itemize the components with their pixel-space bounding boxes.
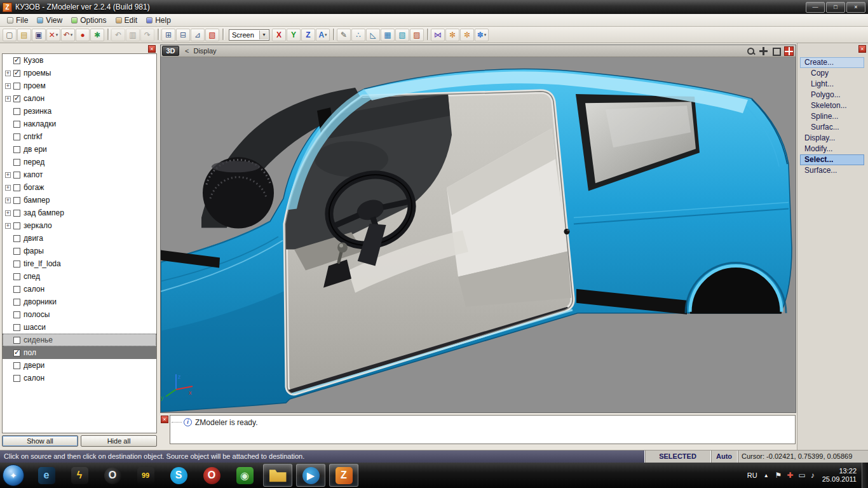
select-edges-button[interactable]: ⊟ <box>176 29 190 41</box>
expander-icon[interactable] <box>5 223 11 229</box>
visibility-checkbox[interactable] <box>13 273 20 280</box>
tree-row[interactable]: спед <box>3 270 156 283</box>
visibility-checkbox[interactable] <box>13 108 20 115</box>
command-item[interactable]: Polygo... <box>800 90 864 100</box>
delete-button[interactable]: ✕ <box>46 29 60 41</box>
axis-x-button[interactable]: X <box>272 29 286 41</box>
menu-view[interactable]: View <box>32 15 67 26</box>
close-icon[interactable]: × <box>161 416 168 423</box>
visibility-checkbox[interactable] <box>13 222 20 229</box>
polyline-tool-button[interactable]: ✎ <box>337 29 351 41</box>
show-desktop-button[interactable] <box>862 463 868 488</box>
command-item[interactable]: Copy <box>800 68 864 79</box>
visibility-checkbox[interactable] <box>13 57 20 64</box>
command-item[interactable]: Light... <box>800 79 864 90</box>
menu-help[interactable]: Help <box>142 15 175 26</box>
tree-row[interactable]: дворники <box>3 295 156 308</box>
expander-icon[interactable] <box>5 185 11 191</box>
separator[interactable] <box>158 29 159 40</box>
command-item[interactable]: Display... <box>800 133 864 144</box>
uv-level-button[interactable]: ▨ <box>410 29 424 41</box>
opera-dark-icon[interactable]: O <box>98 464 127 487</box>
volume-icon[interactable]: ♪ <box>811 471 815 480</box>
tree-row[interactable]: двери <box>3 359 156 372</box>
tree-row[interactable]: бампер <box>3 194 156 207</box>
expander-icon[interactable] <box>5 71 11 76</box>
visibility-checkbox[interactable] <box>13 159 20 166</box>
command-item[interactable]: Surface... <box>800 165 864 176</box>
command-item[interactable]: Select... <box>800 154 864 165</box>
media-player-icon[interactable]: ▶ <box>296 464 325 487</box>
maximize-view-icon[interactable] <box>771 46 781 56</box>
tree-row[interactable]: Кузов <box>3 54 156 67</box>
opera-red-icon[interactable]: O <box>197 464 226 487</box>
tree-row[interactable]: капот <box>3 168 156 181</box>
separator[interactable] <box>427 29 428 40</box>
separator[interactable] <box>333 29 334 40</box>
visibility-checkbox[interactable] <box>13 375 20 382</box>
tree-row[interactable]: зеркало <box>3 219 156 232</box>
select-vertices-button[interactable]: ⊞ <box>161 29 175 41</box>
separator[interactable] <box>222 29 224 40</box>
open-file-button[interactable]: ▤ <box>17 29 31 41</box>
redo-button[interactable]: ↷ <box>140 29 154 41</box>
expander-icon[interactable] <box>5 198 11 203</box>
maximize-button[interactable]: □ <box>826 2 845 13</box>
undo-history-button[interactable]: ↶ <box>61 29 75 41</box>
view-mode-button[interactable]: 3D <box>162 46 179 56</box>
tree-row[interactable]: tire_lf_loda <box>3 257 156 270</box>
view-name-label[interactable]: Display <box>193 47 216 55</box>
menu-file[interactable]: File <box>3 15 32 26</box>
command-item[interactable]: Skeleton... <box>800 100 864 111</box>
show-all-button[interactable]: Show all <box>2 435 78 447</box>
tree-row[interactable]: зад бампер <box>3 207 156 219</box>
expander-icon[interactable] <box>5 83 11 89</box>
tree-row[interactable]: перед <box>3 156 156 168</box>
command-item[interactable]: Create... <box>800 57 864 68</box>
skeleton-bind-button[interactable]: ✽ <box>475 29 489 41</box>
visibility-checkbox[interactable] <box>13 261 20 268</box>
tree-row[interactable]: салон <box>3 283 156 295</box>
visibility-checkbox[interactable] <box>13 210 20 217</box>
tree-row[interactable]: cntrkf <box>3 130 156 143</box>
visibility-checkbox[interactable] <box>13 146 20 153</box>
axis-y-button[interactable]: Y <box>287 29 301 41</box>
start-button[interactable]: ✦ <box>3 464 24 486</box>
tree-row[interactable]: сиденье <box>3 334 156 346</box>
icq-badge-icon[interactable]: 99 <box>131 464 160 487</box>
tray-expand-icon[interactable]: ▲ <box>764 473 769 478</box>
tree-row[interactable]: резинка <box>3 105 156 118</box>
visibility-checkbox[interactable] <box>13 337 20 344</box>
attach-tool-button[interactable]: ⋈ <box>431 29 445 41</box>
skeleton-anim-button[interactable]: ✼ <box>460 29 474 41</box>
expander-icon[interactable] <box>5 96 11 102</box>
clock[interactable]: 13:22 25.09.2011 <box>822 467 857 484</box>
hide-all-button[interactable]: Hide all <box>81 435 157 447</box>
expander-icon[interactable] <box>5 172 11 178</box>
select-lasso-button[interactable]: ⊿ <box>191 29 205 41</box>
tree-row[interactable]: фары <box>3 245 156 257</box>
close-icon[interactable]: × <box>148 45 156 53</box>
zmodeler-taskbar-icon[interactable]: Z <box>329 464 358 487</box>
vertices-level-button[interactable]: ∴ <box>351 29 365 41</box>
gizmo-mode-button[interactable]: A <box>316 29 330 41</box>
visibility-checkbox[interactable] <box>13 324 20 331</box>
visibility-checkbox[interactable] <box>13 184 20 191</box>
tree-row[interactable]: дв ери <box>3 143 156 156</box>
visibility-checkbox[interactable] <box>13 197 20 204</box>
record-button[interactable]: ● <box>76 29 90 41</box>
tree-row[interactable]: двига <box>3 232 156 245</box>
save-button[interactable]: ▣ <box>32 29 46 41</box>
new-file-button[interactable]: ▢ <box>3 29 17 41</box>
objects-level-button[interactable]: ▧ <box>395 29 409 41</box>
command-item[interactable]: Spline... <box>800 111 864 122</box>
visibility-checkbox[interactable] <box>13 95 20 102</box>
tree-row[interactable]: проемы <box>3 67 156 79</box>
visibility-checkbox[interactable] <box>13 286 20 293</box>
browser-icon[interactable]: e <box>32 464 61 487</box>
alert-icon[interactable]: ✚ <box>787 471 793 480</box>
visibility-checkbox[interactable] <box>13 172 20 179</box>
close-button[interactable]: × <box>846 2 865 13</box>
flag-icon[interactable]: ⚑ <box>775 471 782 480</box>
tree-row[interactable]: проем <box>3 79 156 92</box>
